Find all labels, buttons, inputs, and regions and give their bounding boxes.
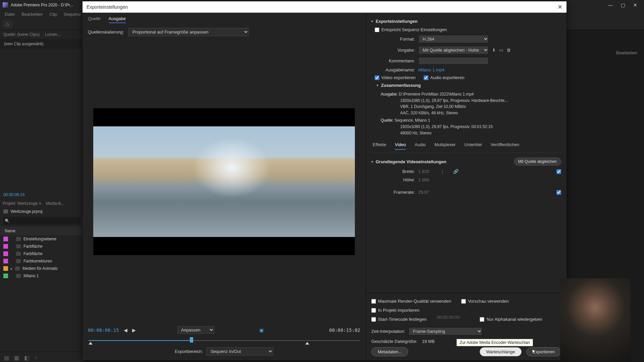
color-swatch (3, 266, 8, 271)
delete-preset-icon[interactable]: 🗑 (506, 48, 511, 53)
menu-datei[interactable]: Datei (1, 12, 18, 17)
bin-list-icon[interactable]: ▤ (4, 355, 9, 359)
import-project-checkbox[interactable] (371, 308, 376, 313)
export-range-select[interactable]: Sequenz In/Out (206, 347, 273, 356)
project-search-input[interactable] (3, 217, 80, 225)
output-name-link[interactable]: Milano 1.mp4 (418, 67, 444, 72)
import-project-label: In Projekt importieren (378, 308, 420, 313)
framerate-match-checkbox[interactable] (556, 190, 561, 195)
tab-video[interactable]: Video (395, 142, 406, 150)
match-sequence-label: Entspricht Sequenz-Einstellungen (381, 27, 447, 32)
menu-sequenz[interactable]: Sequenz (60, 12, 84, 17)
preset-select[interactable]: Mit Quelle abgleichen - Hohe B... (418, 46, 489, 54)
tab-veroeffentlichen[interactable]: Veröffentlichen (490, 142, 519, 150)
playhead-icon[interactable] (190, 337, 193, 343)
aspect-icon[interactable]: ▣ (259, 327, 264, 333)
home-icon[interactable]: ⌂ (3, 20, 12, 28)
export-audio-checkbox[interactable] (424, 75, 428, 80)
basic-video-header: Grundlegende Videoeinstellungen (376, 159, 446, 164)
bin-freeform-icon[interactable]: ◧ (24, 355, 29, 359)
width-match-checkbox[interactable] (556, 169, 561, 174)
asset-row[interactable]: Farbfläche (0, 250, 84, 257)
fit-select[interactable]: Anpassen (177, 326, 214, 334)
asset-label: Milano 1 (23, 274, 39, 278)
bg-right-tab[interactable]: Bearbeiten (616, 50, 637, 55)
link-dimensions-icon[interactable]: 🔗 (453, 169, 459, 174)
menu-bearbeiten[interactable]: Bearbeiten (18, 12, 46, 17)
step-back-icon[interactable]: ◀ (124, 327, 127, 333)
chevron-down-icon[interactable]: ▾ (371, 19, 373, 23)
summary-output-key: Ausgabe: (381, 92, 398, 97)
asset-row[interactable]: Farbkorrekturen (0, 257, 84, 265)
max-render-quality-checkbox[interactable] (371, 299, 376, 304)
in-point-icon[interactable] (89, 342, 93, 345)
export-video-checkbox[interactable] (375, 75, 379, 80)
chevron-down-icon[interactable]: ▾ (371, 160, 373, 164)
estimated-size-value: 19 MB (422, 339, 435, 344)
summary-source-l1: Sequence, Milano 1 (394, 118, 430, 123)
alpha-only-checkbox[interactable] (480, 317, 484, 322)
asset-row[interactable]: Farbfläche (0, 243, 84, 250)
current-timecode[interactable]: 00:00:06:15 (88, 327, 119, 333)
asset-row[interactable]: Milano 1 (0, 272, 84, 280)
step-fwd-icon[interactable]: ▶ (132, 327, 136, 333)
zoom-slider-icon[interactable]: ○ (34, 355, 39, 359)
tab-quelle[interactable]: Quelle (88, 16, 101, 23)
summary-source-key: Quelle: (381, 118, 393, 123)
out-point-icon[interactable] (305, 342, 309, 345)
start-timecode-checkbox[interactable] (371, 317, 376, 322)
minimize-icon[interactable]: — (608, 2, 613, 8)
summary-source-l2: 644x362 (1,0), 29,97 fps, Progressiv, … (400, 124, 561, 130)
media-browser-tab[interactable]: Media-B... (46, 201, 64, 206)
dialog-title: Exporteinstellungen (87, 4, 128, 10)
tab-ausgabe[interactable]: Ausgabe (109, 16, 126, 23)
close-window-icon[interactable]: ✕ (633, 2, 637, 8)
bin-icon-view-icon[interactable]: ▦ (14, 355, 19, 359)
metadata-button[interactable]: Metadaten... (371, 347, 408, 356)
comments-input[interactable] (418, 57, 489, 65)
expand-icon[interactable]: ▸ (11, 267, 12, 270)
asset-type-icon (16, 237, 21, 241)
project-tab[interactable]: Projekt: Werkzeuge ≡ (3, 201, 41, 206)
tab-multiplexer[interactable]: Multiplexer (435, 142, 456, 150)
bg-timecode: 00:00:06:15 (0, 190, 84, 200)
import-preset-icon[interactable]: ▭ (499, 48, 503, 53)
match-sequence-checkbox[interactable] (375, 27, 379, 32)
use-preview-label: Vorschau verwenden (468, 299, 508, 304)
chevron-down-icon[interactable]: ▾ (377, 83, 378, 87)
asset-row[interactable]: ▸Medien für Animatic (0, 265, 84, 272)
duration-timecode: 00:00:15:02 (329, 327, 360, 333)
menu-clip[interactable]: Clip (46, 12, 60, 17)
framerate-label: Framerate: (371, 190, 415, 195)
export-settings-header: Exporteinstellungen (376, 19, 418, 24)
tab-audio[interactable]: Audio (415, 142, 426, 150)
save-preset-icon[interactable]: ⬇ (492, 48, 496, 53)
timeline-slider[interactable] (89, 337, 360, 344)
column-name[interactable]: Name (0, 227, 84, 235)
queue-button[interactable]: Warteschlange (480, 347, 521, 356)
preset-label: Vorgabe: (371, 48, 415, 53)
close-icon[interactable]: ✕ (557, 3, 562, 11)
no-clip-label: (kein Clip ausgewählt) (0, 39, 84, 49)
asset-label: Farbfläche (23, 244, 43, 249)
alpha-only-label: Nur Alphakanal wiedergeben (486, 317, 542, 322)
estimated-size-label: Geschätzte Dateigröße: (371, 339, 417, 344)
source-scaling-select[interactable]: Proportional auf Framegröße anpassen (128, 28, 249, 36)
tab-effekte[interactable]: Effekte (373, 142, 386, 150)
use-preview-checkbox[interactable] (461, 299, 466, 304)
width-value[interactable]: 1 920 (418, 169, 438, 174)
height-value[interactable]: 1 080 (418, 177, 438, 182)
export-button[interactable]: Exportieren (526, 347, 561, 356)
time-interpolation-select[interactable]: Frame-Sampling (409, 327, 482, 336)
source-tab[interactable]: Quelle: (keine Clips) (3, 32, 40, 37)
format-select[interactable]: H.264 (418, 35, 489, 43)
framerate-value[interactable]: 29,97 (418, 190, 438, 195)
asset-label: Farbkorrekturen (23, 259, 52, 263)
asset-label: Einstellungsebene (23, 237, 56, 241)
match-source-button[interactable]: Mit Quelle abgleichen (514, 158, 561, 166)
maximize-icon[interactable]: ▢ (621, 2, 625, 8)
asset-row[interactable]: Einstellungsebene (0, 235, 84, 243)
summary-header: Zusammenfassung (381, 83, 421, 88)
lumetri-tab[interactable]: Lumen... (45, 32, 61, 37)
tab-untertitel[interactable]: Untertitel (464, 142, 482, 150)
